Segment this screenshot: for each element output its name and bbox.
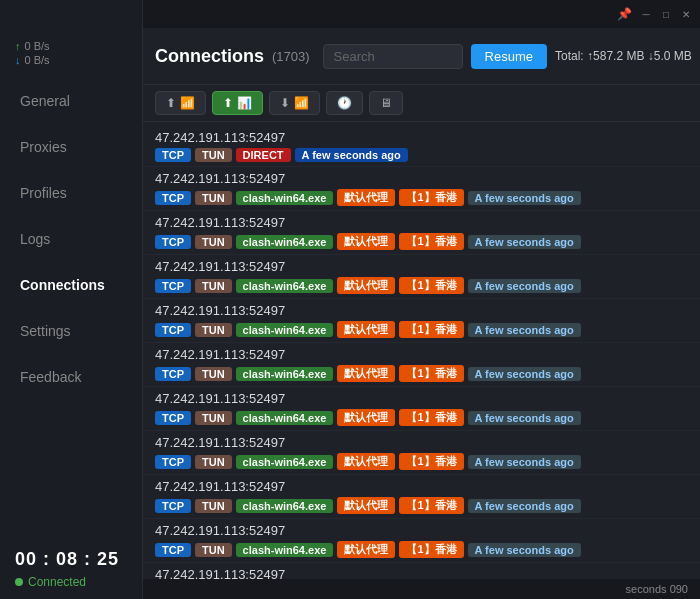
connection-tag: clash-win64.exe: [236, 411, 334, 425]
traffic-up: ↑ 0 B/s: [15, 40, 127, 52]
connection-tag: A few seconds ago: [468, 367, 581, 381]
connection-tag: TCP: [155, 499, 191, 513]
connection-tag: TUN: [195, 499, 232, 513]
traffic-down: ↓ 0 B/s: [15, 54, 127, 66]
connection-tag: A few seconds ago: [468, 323, 581, 337]
connection-tag: 默认代理: [337, 189, 395, 206]
connection-tag: TUN: [195, 323, 232, 337]
toolbar-btn-time[interactable]: 🕐: [326, 91, 363, 115]
connection-tag: clash-win64.exe: [236, 191, 334, 205]
connection-tag: 【1】香港: [399, 409, 463, 426]
connection-tag: TCP: [155, 367, 191, 381]
connection-tag: 【1】香港: [399, 277, 463, 294]
sidebar-item-logs[interactable]: Logs: [0, 216, 142, 262]
connection-host: 47.242.191.113:52497: [155, 347, 688, 362]
connection-tag: TCP: [155, 455, 191, 469]
connection-host: 47.242.191.113:52497: [155, 523, 688, 538]
connection-item: 47.242.191.113:52497TCPTUNclash-win64.ex…: [143, 299, 700, 343]
download-icon: ⬇: [280, 96, 290, 110]
connection-item: 47.242.191.113:52497TCPTUNclash-win64.ex…: [143, 475, 700, 519]
connection-item: 47.242.191.113:52497TCPTUNDIRECTA few se…: [143, 126, 700, 167]
connection-tag: A few seconds ago: [468, 543, 581, 557]
clock-icon: 🕐: [337, 96, 352, 110]
header: Connections (1703) Resume Total: ↑587.2 …: [143, 28, 700, 85]
connection-tag: A few seconds ago: [468, 455, 581, 469]
connection-tag: 默认代理: [337, 365, 395, 382]
close-button[interactable]: ✕: [680, 8, 692, 20]
display-icon: 🖥: [380, 96, 392, 110]
connection-host: 47.242.191.113:52497: [155, 391, 688, 406]
connection-host: 47.242.191.113:52497: [155, 171, 688, 186]
upload-active-icon: ⬆: [223, 96, 233, 110]
connection-item: 47.242.191.113:52497TCPTUNclash-win64.ex…: [143, 211, 700, 255]
connection-tag: 【1】香港: [399, 365, 463, 382]
connection-host: 47.242.191.113:52497: [155, 215, 688, 230]
connection-item: 47.242.191.113:52497TCPTUNclash-win64.ex…: [143, 431, 700, 475]
sidebar-item-proxies[interactable]: Proxies: [0, 124, 142, 170]
connection-tag: 默认代理: [337, 541, 395, 558]
down-value: 0: [25, 54, 31, 66]
connection-tag: clash-win64.exe: [236, 279, 334, 293]
connection-tag: DIRECT: [236, 148, 291, 162]
resume-button[interactable]: Resume: [471, 44, 547, 69]
main-panel: 📌 ─ □ ✕ Connections (1703) Resume Total:…: [143, 0, 700, 599]
sidebar-item-settings[interactable]: Settings: [0, 308, 142, 354]
toolbar-btn-upload[interactable]: ⬆ 📶: [155, 91, 206, 115]
connection-tag: A few seconds ago: [468, 279, 581, 293]
connection-tags: TCPTUNclash-win64.exe默认代理【1】香港A few seco…: [155, 541, 688, 558]
traffic-section: ↑ 0 B/s ↓ 0 B/s: [0, 30, 142, 78]
up-unit: B/s: [34, 40, 50, 52]
connection-tag: A few seconds ago: [468, 411, 581, 425]
connection-tags: TCPTUNclash-win64.exe默认代理【1】香港A few seco…: [155, 321, 688, 338]
connection-tag: TUN: [195, 455, 232, 469]
connection-host: 47.242.191.113:52497: [155, 567, 688, 579]
connection-tag: TCP: [155, 323, 191, 337]
connection-tag: 默认代理: [337, 409, 395, 426]
connection-tag: TUN: [195, 279, 232, 293]
toolbar-btn-upload-active[interactable]: ⬆ 📊: [212, 91, 263, 115]
connection-tag: TCP: [155, 411, 191, 425]
connection-host: 47.242.191.113:52497: [155, 259, 688, 274]
connection-host: 47.242.191.113:52497: [155, 479, 688, 494]
connection-tags: TCPTUNclash-win64.exe默认代理【1】香港A few seco…: [155, 277, 688, 294]
sidebar-item-profiles[interactable]: Profiles: [0, 170, 142, 216]
pin-icon[interactable]: 📌: [617, 7, 632, 21]
connection-tag: clash-win64.exe: [236, 323, 334, 337]
connection-tag: TUN: [195, 367, 232, 381]
connection-tags: TCPTUNclash-win64.exe默认代理【1】香港A few seco…: [155, 233, 688, 250]
sidebar-bottom: 00 : 08 : 25 Connected: [0, 534, 142, 599]
status-bar: seconds 090: [143, 579, 700, 599]
connection-tags: TCPTUNDIRECTA few seconds ago: [155, 148, 688, 162]
connection-tag: 默认代理: [337, 277, 395, 294]
connection-tag: A few seconds ago: [295, 148, 408, 162]
connection-tag: TUN: [195, 191, 232, 205]
search-input[interactable]: [323, 44, 463, 69]
page-title: Connections: [155, 46, 264, 67]
connection-tag: clash-win64.exe: [236, 499, 334, 513]
toolbar-btn-download[interactable]: ⬇ 📶: [269, 91, 320, 115]
connection-tag: TCP: [155, 191, 191, 205]
sidebar-item-general[interactable]: General: [0, 78, 142, 124]
connection-tag: TCP: [155, 279, 191, 293]
connection-item: 47.242.191.113:52497TCPTUNclash-win64.ex…: [143, 167, 700, 211]
connection-tag: clash-win64.exe: [236, 235, 334, 249]
sidebar-item-connections[interactable]: Connections: [0, 262, 142, 308]
connection-tags: TCPTUNclash-win64.exe默认代理【1】香港A few seco…: [155, 409, 688, 426]
connected-badge: Connected: [15, 575, 127, 589]
connection-tag: TUN: [195, 411, 232, 425]
timer-display: 00 : 08 : 25: [15, 549, 127, 570]
connection-host: 47.242.191.113:52497: [155, 303, 688, 318]
connection-tags: TCPTUNclash-win64.exe默认代理【1】香港A few seco…: [155, 453, 688, 470]
connection-tag: TUN: [195, 148, 232, 162]
connection-host: 47.242.191.113:52497: [155, 435, 688, 450]
connection-tag: 【1】香港: [399, 321, 463, 338]
minimize-button[interactable]: ─: [640, 8, 652, 20]
connection-tag: 默认代理: [337, 497, 395, 514]
connections-list[interactable]: 47.242.191.113:52497TCPTUNDIRECTA few se…: [143, 122, 700, 579]
connection-tag: 默认代理: [337, 233, 395, 250]
sidebar-item-feedback[interactable]: Feedback: [0, 354, 142, 400]
connection-host: 47.242.191.113:52497: [155, 130, 688, 145]
toolbar-btn-display[interactable]: 🖥: [369, 91, 403, 115]
titlebar: 📌 ─ □ ✕: [143, 0, 700, 28]
maximize-button[interactable]: □: [660, 8, 672, 20]
